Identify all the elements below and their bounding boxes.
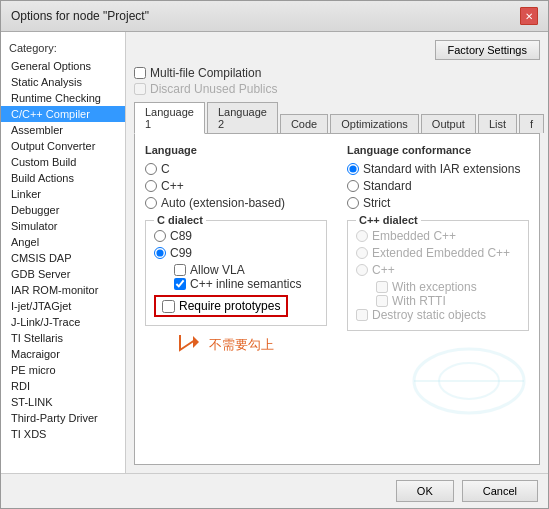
- lang-auto-row: Auto (extension-based): [145, 196, 327, 210]
- embedded-cpp-radio[interactable]: [356, 230, 368, 242]
- lang-c-row: C: [145, 162, 327, 176]
- top-checkboxes: Multi-file Compilation Discard Unused Pu…: [134, 66, 540, 96]
- sidebar-item-3[interactable]: C/C++ Compiler: [1, 106, 125, 122]
- sidebar-item-14[interactable]: IAR ROM-monitor: [1, 282, 125, 298]
- tab-optimizations[interactable]: Optimizations: [330, 114, 419, 133]
- exceptions-checkbox[interactable]: [376, 281, 388, 293]
- tab-output[interactable]: Output: [421, 114, 476, 133]
- sidebar-item-15[interactable]: I-jet/JTAGjet: [1, 298, 125, 314]
- lang-cpp-row: C++: [145, 179, 327, 193]
- cpp-only-radio[interactable]: [356, 264, 368, 276]
- lang-auto-radio[interactable]: [145, 197, 157, 209]
- destroy-label: Destroy static objects: [372, 308, 486, 322]
- sidebar-item-23[interactable]: TI XDS: [1, 426, 125, 442]
- c89-label: C89: [170, 229, 192, 243]
- c-dialect-title: C dialect: [154, 214, 206, 226]
- ok-button[interactable]: OK: [396, 480, 454, 502]
- cpp-inline-checkbox[interactable]: [174, 278, 186, 290]
- close-button[interactable]: ✕: [520, 7, 538, 25]
- standard-iar-radio[interactable]: [347, 163, 359, 175]
- sidebar-item-11[interactable]: Angel: [1, 234, 125, 250]
- sidebar-items-container: General OptionsStatic AnalysisRuntime Ch…: [1, 58, 125, 442]
- rtti-checkbox[interactable]: [376, 295, 388, 307]
- factory-settings-button[interactable]: Factory Settings: [435, 40, 540, 60]
- require-proto-label: Require prototypes: [179, 299, 280, 313]
- tab-list[interactable]: List: [478, 114, 517, 133]
- sidebar-item-1[interactable]: Static Analysis: [1, 74, 125, 90]
- cancel-button[interactable]: Cancel: [462, 480, 538, 502]
- embedded-cpp-row: Embedded C++: [356, 229, 520, 243]
- allow-vla-row: Allow VLA: [174, 263, 318, 277]
- tab-f[interactable]: f: [519, 114, 544, 133]
- discard-unused-row: Discard Unused Publics: [134, 82, 540, 96]
- multi-file-row: Multi-file Compilation: [134, 66, 540, 80]
- standard-label: Standard: [363, 179, 412, 193]
- discard-unused-checkbox[interactable]: [134, 83, 146, 95]
- require-proto-box: Require prototypes: [154, 295, 288, 317]
- standard-iar-label: Standard with IAR extensions: [363, 162, 520, 176]
- multi-file-checkbox[interactable]: [134, 67, 146, 79]
- tab-language1[interactable]: Language 1: [134, 102, 205, 134]
- c99-row: C99: [154, 246, 318, 260]
- cpp-inline-label: C++ inline semantics: [190, 277, 301, 291]
- factory-btn-row: Factory Settings: [134, 40, 540, 60]
- sidebar-item-7[interactable]: Build Actions: [1, 170, 125, 186]
- sidebar-item-13[interactable]: GDB Server: [1, 266, 125, 282]
- c89-radio[interactable]: [154, 230, 166, 242]
- sidebar-item-21[interactable]: ST-LINK: [1, 394, 125, 410]
- allow-vla-checkbox[interactable]: [174, 264, 186, 276]
- sidebar-item-2[interactable]: Runtime Checking: [1, 90, 125, 106]
- sidebar-item-19[interactable]: PE micro: [1, 362, 125, 378]
- discard-unused-label: Discard Unused Publics: [150, 82, 277, 96]
- sidebar-item-9[interactable]: Debugger: [1, 202, 125, 218]
- main-area: Factory Settings Multi-file Compilation …: [126, 32, 548, 473]
- destroy-checkbox[interactable]: [356, 309, 368, 321]
- annotation-area: 不需要勾上: [175, 330, 327, 360]
- standard-radio[interactable]: [347, 180, 359, 192]
- tab-code[interactable]: Code: [280, 114, 328, 133]
- svg-marker-0: [193, 336, 199, 348]
- sidebar-item-20[interactable]: RDI: [1, 378, 125, 394]
- extended-embedded-radio[interactable]: [356, 247, 368, 259]
- require-proto-wrapper: Require prototypes: [154, 295, 318, 317]
- sidebar-item-16[interactable]: J-Link/J-Trace: [1, 314, 125, 330]
- dialog: Options for node "Project" ✕ Category: G…: [0, 0, 549, 509]
- tab-language2[interactable]: Language 2: [207, 102, 278, 133]
- strict-radio[interactable]: [347, 197, 359, 209]
- c99-radio[interactable]: [154, 247, 166, 259]
- sidebar-item-0[interactable]: General Options: [1, 58, 125, 74]
- lang-auto-label: Auto (extension-based): [161, 196, 285, 210]
- language-group-title: Language: [145, 144, 327, 156]
- multi-file-label: Multi-file Compilation: [150, 66, 261, 80]
- sidebar-item-10[interactable]: Simulator: [1, 218, 125, 234]
- tabs-row: Language 1 Language 2 Code Optimizations…: [134, 102, 540, 134]
- svg-point-2: [439, 363, 499, 399]
- sidebar-item-17[interactable]: TI Stellaris: [1, 330, 125, 346]
- sidebar-item-12[interactable]: CMSIS DAP: [1, 250, 125, 266]
- standard-row: Standard: [347, 179, 529, 193]
- extended-embedded-row: Extended Embedded C++: [356, 246, 520, 260]
- require-proto-checkbox[interactable]: [162, 300, 175, 313]
- sidebar-item-18[interactable]: Macraigor: [1, 346, 125, 362]
- category-label: Category:: [1, 40, 125, 56]
- cpp-only-label: C++: [372, 263, 395, 277]
- sidebar-item-6[interactable]: Custom Build: [1, 154, 125, 170]
- cpp-inline-row: C++ inline semantics: [174, 277, 318, 291]
- exceptions-label: With exceptions: [392, 280, 477, 294]
- sidebar-item-8[interactable]: Linker: [1, 186, 125, 202]
- sidebar-item-5[interactable]: Output Converter: [1, 138, 125, 154]
- destroy-row: Destroy static objects: [356, 308, 520, 322]
- lang-cpp-radio[interactable]: [145, 180, 157, 192]
- rtti-row: With RTTI: [376, 294, 520, 308]
- sidebar-item-4[interactable]: Assembler: [1, 122, 125, 138]
- sidebar-item-22[interactable]: Third-Party Driver: [1, 410, 125, 426]
- c-dialect-box: C dialect C89 C99 Allow VL: [145, 220, 327, 326]
- extended-embedded-label: Extended Embedded C++: [372, 246, 510, 260]
- dialog-title: Options for node "Project": [11, 9, 149, 23]
- rtti-label: With RTTI: [392, 294, 446, 308]
- dialog-footer: OK Cancel: [1, 473, 548, 508]
- lang-cpp-label: C++: [161, 179, 184, 193]
- tab-content: Language C C++ Auto (extension-based): [134, 134, 540, 465]
- lang-c-radio[interactable]: [145, 163, 157, 175]
- dialog-body: Category: General OptionsStatic Analysis…: [1, 32, 548, 473]
